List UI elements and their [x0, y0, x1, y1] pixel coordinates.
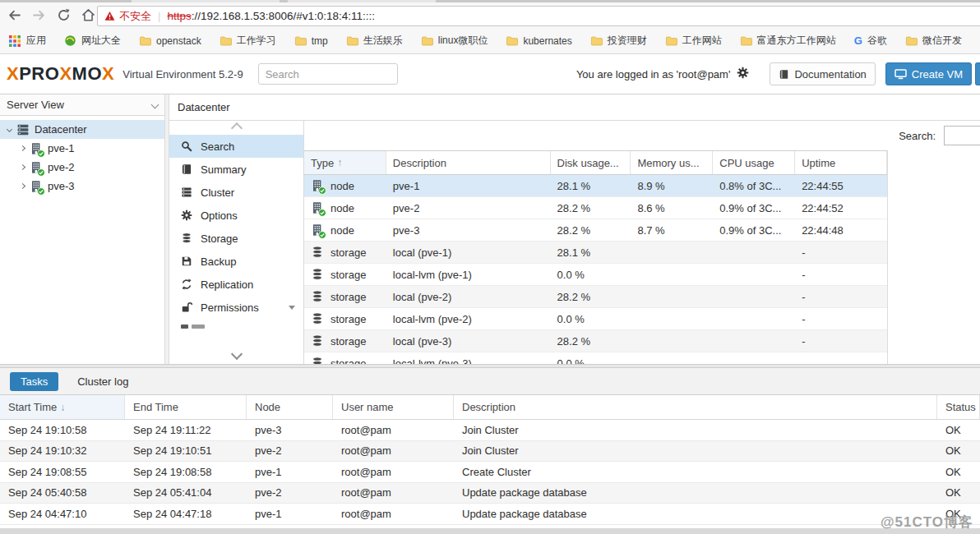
- menu-item-permissions[interactable]: Permissions: [169, 296, 303, 319]
- tree-item-label: Datacenter: [35, 123, 87, 136]
- resource-row-pve-1[interactable]: nodepve-128.1 %8.9 %0.8% of 3C...22:44:5…: [304, 175, 887, 197]
- tree-item-pve-1[interactable]: pve-1: [0, 139, 164, 158]
- cell-cpu-usage: 0.8% of 3C...: [713, 175, 795, 196]
- floppy-icon: [181, 255, 192, 267]
- task-column-header-starttime[interactable]: Start Time↓: [0, 395, 125, 419]
- cell-end-time: Sep 24 05:41:04: [125, 483, 247, 504]
- forward-button[interactable]: [28, 6, 49, 25]
- apps-grid-icon[interactable]: [8, 35, 21, 48]
- menu-item-search[interactable]: Search: [169, 135, 303, 158]
- collapse-arrow-icon[interactable]: [289, 306, 295, 310]
- reload-button[interactable]: [53, 6, 74, 25]
- column-header-uptime[interactable]: Uptime: [795, 151, 887, 174]
- cell-node: pve-2: [247, 441, 333, 462]
- monitor-icon: [894, 69, 907, 80]
- back-button[interactable]: [3, 6, 25, 25]
- cell-type: node: [304, 175, 386, 196]
- search-icon: [181, 140, 192, 152]
- server-icon: [181, 186, 192, 198]
- tree-item-pve-3[interactable]: pve-3: [0, 177, 164, 196]
- cell-uptime: -: [795, 308, 887, 329]
- resource-row-pve-3[interactable]: nodepve-328.2 %8.7 %0.9% of 3C...22:44:4…: [304, 219, 887, 242]
- bookmark-item[interactable]: linux微职位: [421, 34, 488, 48]
- bookmark-item[interactable]: 微信开发: [905, 34, 962, 48]
- node-icon: [30, 161, 43, 174]
- view-selector[interactable]: Server View: [0, 94, 164, 116]
- tree-expander[interactable]: [16, 146, 28, 150]
- column-header-memoryus[interactable]: Memory us...: [631, 151, 713, 174]
- tab-cluster-log[interactable]: Cluster log: [67, 372, 139, 391]
- menu-scroll-down[interactable]: [169, 347, 303, 361]
- tree-expander[interactable]: [16, 184, 28, 188]
- resource-row-local-lvmpve-2[interactable]: storagelocal-lvm (pve-2)0.0 %-: [304, 308, 887, 330]
- task-row[interactable]: Sep 24 05:40:58Sep 24 05:41:04pve-2root@…: [0, 483, 980, 504]
- bookmark-item[interactable]: G谷歌: [854, 34, 887, 48]
- check-badge-icon: [318, 209, 326, 217]
- resource-row-localpve-2[interactable]: storagelocal (pve-2)28.2 %-: [304, 286, 887, 308]
- documentation-button[interactable]: Documentation: [770, 62, 875, 85]
- global-search-input[interactable]: [258, 63, 398, 85]
- task-column-header-endtime[interactable]: End Time: [125, 395, 247, 419]
- bookmark-item[interactable]: 网址大全: [64, 34, 121, 48]
- task-row[interactable]: Sep 24 19:10:32Sep 24 19:10:51pve-2root@…: [0, 441, 980, 463]
- menu-scroll-up[interactable]: [169, 121, 303, 135]
- menu-item-backup[interactable]: Backup: [169, 250, 303, 273]
- folder-icon: [590, 35, 603, 47]
- resource-row-pve-2[interactable]: nodepve-228.2 %8.6 %0.9% of 3C...22:44:5…: [304, 197, 887, 219]
- column-label: Description: [462, 401, 515, 413]
- home-button[interactable]: [77, 6, 99, 25]
- url-bar[interactable]: 不安全 | https ://192.168.1.53:8006/#v1:0:1…: [97, 6, 980, 26]
- cell-cpu-usage: [713, 330, 795, 352]
- tree-expander[interactable]: [3, 127, 15, 131]
- google-icon: G: [854, 35, 862, 47]
- menu-item-summary[interactable]: Summary: [169, 158, 303, 181]
- bookmark-item[interactable]: 富通东方工作网站: [740, 34, 836, 48]
- create-vm-button[interactable]: Create VM: [885, 62, 972, 85]
- tree-expander[interactable]: [16, 165, 28, 169]
- menu-item-options[interactable]: Options: [169, 204, 303, 227]
- menu-item-replication[interactable]: Replication: [169, 273, 303, 296]
- cell-cpu-usage: [713, 286, 795, 307]
- bookmark-item[interactable]: 生活娱乐: [346, 34, 403, 48]
- cell-status: OK: [937, 483, 980, 504]
- task-row[interactable]: Sep 24 19:08:55Sep 24 19:08:58pve-1root@…: [0, 462, 980, 483]
- logo-segment: MO: [72, 63, 102, 84]
- bookmark-item[interactable]: kubernates: [506, 35, 571, 47]
- cell-type: storage: [304, 330, 386, 352]
- apps-label[interactable]: 应用: [26, 34, 46, 48]
- task-row[interactable]: Sep 24 04:47:10Sep 24 04:47:18pve-1root@…: [0, 504, 980, 525]
- resource-tree: Datacenter pve-1 pve-2 pve-3: [0, 116, 164, 196]
- task-column-header-status[interactable]: Status: [937, 395, 980, 419]
- column-header-cpuusage[interactable]: CPU usage: [713, 151, 795, 174]
- task-column-header-description[interactable]: Description: [454, 395, 937, 419]
- resource-row-local-lvmpve-3[interactable]: storagelocal-lvm (pve-3)0.0 %-: [304, 352, 887, 364]
- bookmark-item[interactable]: openstack: [139, 35, 201, 47]
- bookmark-item[interactable]: 工作学习: [220, 34, 276, 48]
- resource-row-localpve-1[interactable]: storagelocal (pve-1)28.1 %-: [304, 242, 887, 264]
- table-search-input[interactable]: [944, 126, 980, 145]
- folder-icon: [506, 35, 518, 47]
- menu-item-partial[interactable]: [181, 319, 303, 329]
- bookmark-item[interactable]: 工作网站: [665, 34, 722, 48]
- url-scheme: https: [167, 10, 191, 22]
- task-row[interactable]: Sep 24 19:10:58Sep 24 19:11:22pve-3root@…: [0, 420, 980, 441]
- cell-memory-usage: 8.7 %: [631, 219, 713, 241]
- bookmark-item[interactable]: tmp: [294, 35, 328, 47]
- menu-item-storage[interactable]: Storage: [169, 227, 303, 250]
- resource-row-localpve-3[interactable]: storagelocal (pve-3)28.2 %-: [304, 330, 887, 352]
- user-settings-button[interactable]: [737, 67, 751, 81]
- task-column-header-node[interactable]: Node: [247, 395, 333, 419]
- tree-item-pve-2[interactable]: pve-2: [0, 158, 164, 177]
- tab-tasks[interactable]: Tasks: [10, 372, 58, 391]
- bookmark-item[interactable]: 投资理财: [590, 34, 647, 48]
- resource-row-local-lvmpve-1[interactable]: storagelocal-lvm (pve-1)0.0 %-: [304, 264, 887, 286]
- menu-item-cluster[interactable]: Cluster: [169, 181, 303, 204]
- create-ct-button-partial[interactable]: [975, 62, 980, 85]
- cell-memory-usage: [631, 352, 713, 364]
- task-column-header-username[interactable]: User name: [333, 395, 454, 419]
- column-label: Description: [393, 157, 446, 169]
- column-header-diskusage[interactable]: Disk usage...: [551, 151, 631, 174]
- tree-item-datacenter[interactable]: Datacenter: [0, 120, 164, 139]
- column-header-type[interactable]: Type↑: [304, 151, 386, 174]
- column-header-description[interactable]: Description: [386, 151, 551, 174]
